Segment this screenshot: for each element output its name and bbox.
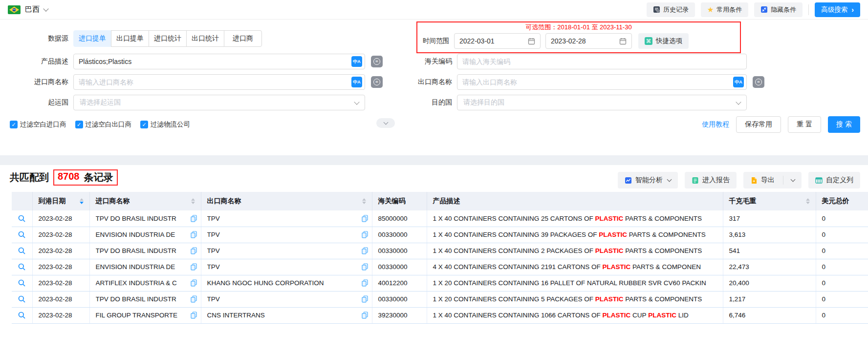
highlighted-term: PLASTIC — [648, 312, 676, 319]
company-name: TPV — [207, 215, 220, 222]
search-button[interactable]: 搜 索 — [828, 116, 860, 133]
hide-conditions-button[interactable]: 隐藏条件 — [754, 2, 803, 17]
copy-icon[interactable] — [359, 263, 368, 271]
start-date-input[interactable]: 2022-03-01 — [454, 33, 541, 49]
origin-country-select[interactable]: 请选择起运国 — [73, 95, 365, 110]
exporter-input[interactable] — [457, 74, 747, 90]
history-button[interactable]: 历史记录 — [647, 2, 695, 17]
row-search-icon[interactable] — [18, 311, 26, 319]
chevron-right-icon: › — [851, 6, 854, 14]
usd-total-cell: 0 — [816, 243, 868, 259]
results-toolbar: 智能分析进入报告导出自定义列 — [618, 172, 860, 188]
table-body: 2023-02-28TPV DO BRASIL INDUSTRTPV850000… — [12, 210, 868, 323]
export-button[interactable]: 导出 — [743, 172, 802, 188]
country-name: 巴西 — [25, 5, 40, 14]
translate-icon[interactable]: 中A — [351, 77, 362, 87]
tutorial-link[interactable]: 使用教程 — [702, 120, 729, 129]
row-search-icon[interactable] — [18, 279, 26, 287]
exact-match-icon[interactable]: = — [371, 56, 383, 67]
row-search-icon[interactable] — [18, 247, 26, 255]
importer-cell-inner: FIL GROUP TRANSPORTE — [96, 312, 197, 319]
dest-country-row: 目的国 请选择目的国 — [411, 95, 747, 110]
table-row: 2023-02-28TPV DO BRASIL INDUSTRTPV003300… — [12, 291, 868, 307]
copy-icon[interactable] — [188, 279, 197, 287]
exporter-cell-inner: TPV — [207, 215, 368, 222]
exact-match-icon[interactable]: = — [753, 76, 764, 88]
row-search-icon[interactable] — [18, 214, 26, 223]
row-detail-cell — [12, 243, 32, 259]
time-range-box: 可选范围：2018-01-01 至 2023-11-30 时间范围 2022-0… — [416, 21, 741, 53]
column-label: 产品描述 — [433, 197, 460, 206]
copy-icon[interactable] — [359, 312, 368, 319]
custom-columns-button[interactable]: 自定义列 — [808, 172, 860, 188]
copy-icon[interactable] — [359, 215, 368, 222]
copy-icon[interactable] — [188, 215, 197, 222]
end-date-input[interactable]: 2023-02-28 — [545, 33, 632, 49]
quick-options-button[interactable]: ⌘ 快捷选项 — [638, 33, 689, 49]
collapse-toggle[interactable] — [376, 118, 395, 128]
row-detail-cell — [12, 307, 32, 323]
row-detail-cell — [12, 291, 32, 307]
usd-total-cell: 0 — [816, 259, 868, 275]
smart-analysis-button[interactable]: 智能分析 — [618, 172, 678, 188]
company-name: ENVISION INDUSTRIA DE — [96, 231, 175, 238]
start-date-value: 2022-03-01 — [459, 37, 495, 45]
favorite-conditions-button[interactable]: ★常用条件 — [701, 2, 748, 17]
copy-icon[interactable] — [188, 263, 197, 271]
row-search-icon[interactable] — [18, 295, 26, 303]
copy-icon[interactable] — [188, 312, 197, 319]
copy-icon[interactable] — [188, 295, 197, 303]
column-header-0 — [12, 192, 32, 210]
table-row: 2023-02-28TPV DO BRASIL INDUSTRTPV850000… — [12, 210, 868, 227]
copy-icon[interactable] — [188, 231, 197, 238]
translate-icon[interactable]: 中A — [733, 77, 744, 87]
exact-match-icon[interactable]: = — [371, 76, 383, 88]
column-header-1[interactable]: 到港日期 — [32, 192, 89, 210]
copy-icon[interactable] — [359, 247, 368, 254]
column-header-2[interactable]: 进口商名称 — [89, 192, 201, 210]
sort-icon[interactable] — [806, 198, 810, 204]
copy-icon[interactable] — [188, 247, 197, 254]
column-header-3[interactable]: 出口商名称 — [201, 192, 372, 210]
filter-checkbox-0[interactable]: ✓过滤空白进口商 — [10, 120, 66, 129]
column-label: 到港日期 — [39, 197, 66, 206]
save-conditions-button[interactable]: 保存常用 — [736, 116, 781, 133]
datasource-tab-0[interactable]: 进口提单 — [73, 30, 111, 47]
column-header-inner: 到港日期 — [39, 197, 89, 206]
datasource-tab-1[interactable]: 出口提单 — [111, 30, 149, 47]
sort-desc-caret — [191, 202, 195, 204]
sort-icon[interactable] — [80, 198, 84, 204]
importer-cell: TPV DO BRASIL INDUSTR — [89, 291, 201, 307]
history-icon — [653, 6, 660, 13]
sort-icon[interactable] — [362, 198, 366, 204]
importer-input[interactable] — [73, 74, 365, 90]
highlighted-term: PLASTIC — [595, 215, 624, 222]
advanced-search-button[interactable]: 高级搜索› — [815, 2, 860, 17]
available-range-hint: 可选范围：2018-01-01 至 2023-11-30 — [417, 22, 740, 32]
sort-desc-caret — [806, 202, 810, 204]
copy-icon[interactable] — [359, 231, 368, 238]
sort-icon[interactable] — [191, 198, 195, 204]
table-row: 2023-02-28ENVISION INDUSTRIA DETPV003300… — [12, 259, 868, 275]
copy-icon[interactable] — [359, 295, 368, 303]
company-name: TPV — [207, 231, 220, 238]
filter-checkbox-1[interactable]: ✓过滤空白出口商 — [75, 120, 132, 129]
product-desc-cell: 1 X 40 CONTAINERS CONTAINING 39 PACKAGES… — [427, 227, 723, 243]
translate-icon[interactable]: 中A — [351, 56, 362, 67]
product-desc-input[interactable] — [73, 54, 365, 69]
hs-code-input[interactable] — [457, 54, 747, 69]
filter-checkbox-2[interactable]: ✓过滤物流公司 — [140, 120, 190, 129]
copy-icon[interactable] — [359, 279, 368, 287]
country-selector[interactable]: 巴西 — [8, 5, 48, 14]
row-search-icon[interactable] — [18, 230, 26, 239]
datasource-tab-2[interactable]: 进口统计 — [149, 30, 187, 47]
reset-button[interactable]: 重 置 — [788, 116, 821, 133]
datasource-tab-3[interactable]: 出口统计 — [186, 30, 224, 47]
dest-country-select[interactable]: 请选择目的国 — [457, 95, 747, 110]
enter-report-button[interactable]: 进入报告 — [685, 172, 737, 188]
importer-cell-inner: ARTIFLEX INDUSTRIA & C — [96, 279, 197, 287]
column-header-6[interactable]: 千克毛重 — [723, 192, 816, 210]
column-label: 出口商名称 — [207, 197, 241, 206]
row-search-icon[interactable] — [18, 263, 26, 271]
datasource-tab-4[interactable]: 进口商 — [224, 30, 262, 47]
